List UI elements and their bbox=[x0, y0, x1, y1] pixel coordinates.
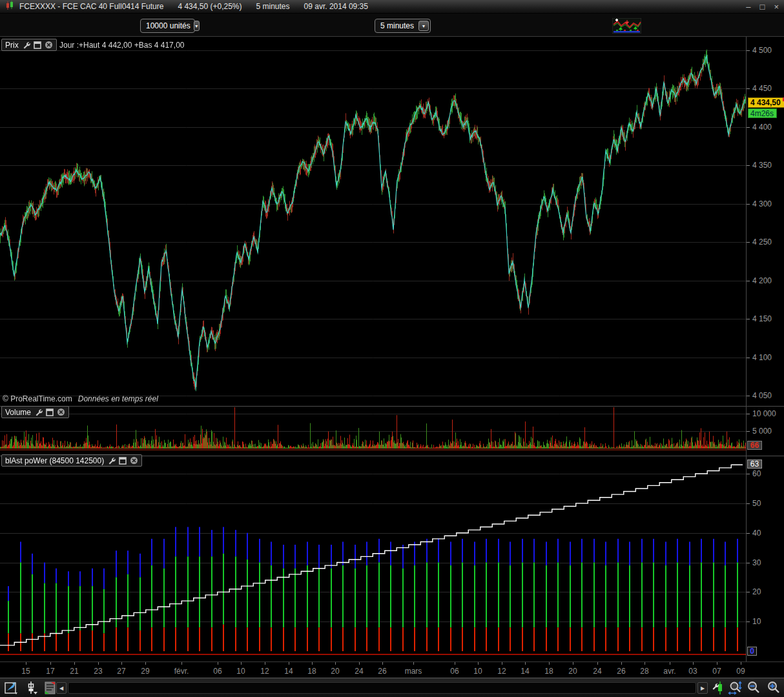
volume-pane-title: Volume bbox=[5, 408, 31, 417]
time-axis[interactable]: 151721232729févr.0610121418202426mars061… bbox=[0, 662, 784, 678]
time-axis-label: 29 bbox=[141, 667, 149, 676]
copyright-note: © ProRealTime.comDonnées en temps réel bbox=[3, 394, 158, 403]
indicator-axis-label: 10 bbox=[752, 617, 761, 626]
time-axis-tick bbox=[50, 662, 51, 665]
indicator-axis-label-tick bbox=[747, 503, 750, 504]
zoom-in-button[interactable] bbox=[766, 680, 781, 696]
price-axis-label: 4 200 bbox=[752, 276, 772, 285]
window-title: FCEXXXX - FCE CAC 40 Full0414 Future bbox=[19, 2, 163, 11]
time-axis-tick bbox=[455, 662, 455, 665]
units-dropdown[interactable]: 10000 unités ▼ bbox=[140, 19, 195, 33]
indicator-pane-header: blAst poWer (84500 142500) bbox=[1, 454, 142, 467]
wrench-icon[interactable] bbox=[22, 41, 30, 49]
time-axis-label: 24 bbox=[355, 667, 363, 676]
time-axis-tick bbox=[359, 662, 360, 665]
price-axis-label: 4 250 bbox=[752, 237, 772, 247]
bottom-toolbar: ◀ ▶ bbox=[0, 678, 784, 697]
price-axis-label: 4 400 bbox=[752, 123, 772, 132]
time-axis-label: 26 bbox=[617, 667, 625, 676]
detach-window-icon[interactable] bbox=[46, 409, 54, 416]
price-axis-label: 4 350 bbox=[752, 161, 772, 170]
price-axis-label-tick bbox=[747, 396, 750, 396]
time-axis-tick bbox=[74, 662, 75, 665]
volume-axis-label-tick bbox=[747, 431, 750, 432]
titlebar: FCEXXXX - FCE CAC 40 Full0414 Future 4 4… bbox=[0, 0, 784, 14]
detach-window-icon[interactable] bbox=[34, 41, 41, 49]
time-axis-label: 27 bbox=[117, 667, 125, 676]
close-button[interactable]: × bbox=[774, 0, 779, 14]
price-axis-label-tick bbox=[747, 204, 750, 205]
timeframe-dropdown-value: 5 minutes bbox=[380, 21, 415, 30]
minimize-button[interactable]: – bbox=[746, 0, 750, 14]
price-axis-label: 4 500 bbox=[752, 46, 772, 55]
time-axis-label: 23 bbox=[94, 667, 102, 676]
price-axis-label-tick bbox=[747, 127, 750, 128]
price-pane-title: Prix bbox=[5, 41, 19, 50]
volume-axis-label-tick bbox=[747, 414, 750, 414]
toolbar: 10000 unités ▼ 5 minutes ▼ bbox=[0, 14, 784, 37]
candlestick-logo-icon bbox=[5, 1, 15, 12]
time-axis-tick bbox=[693, 662, 694, 665]
price-axis-label-tick bbox=[747, 50, 750, 51]
wrench-icon[interactable] bbox=[107, 456, 116, 465]
time-axis-tick bbox=[502, 662, 502, 665]
time-axis-label: 12 bbox=[497, 667, 506, 676]
time-axis-label: 14 bbox=[284, 667, 293, 676]
price-axis-label-tick bbox=[747, 358, 750, 358]
time-axis-tick bbox=[645, 662, 645, 665]
add-indicator-chart-icon[interactable] bbox=[612, 18, 641, 34]
price-axis[interactable]: 4 434,50 4m26s 66 63 0 4 5004 4504 4004 … bbox=[746, 37, 784, 662]
time-axis-tick bbox=[181, 662, 182, 665]
price-axis-label-tick bbox=[747, 242, 750, 243]
time-axis-label: mars bbox=[405, 667, 422, 676]
pane-divider[interactable] bbox=[0, 406, 784, 407]
titlebar-last-price: 4 434,50 (+0,25%) bbox=[178, 2, 242, 11]
titlebar-datetime: 09 avr. 2014 09:35 bbox=[304, 2, 368, 11]
time-axis-tick bbox=[621, 662, 622, 665]
time-axis-label: févr. bbox=[174, 667, 189, 676]
drawing-tools-button[interactable] bbox=[4, 680, 19, 696]
price-pane-header: Prix bbox=[1, 39, 57, 51]
time-axis-tick bbox=[525, 662, 526, 665]
titlebar-timeframe: 5 minutes bbox=[256, 2, 290, 11]
time-axis-label: 14 bbox=[521, 667, 529, 676]
time-axis-tick bbox=[312, 662, 313, 665]
chart-options-button[interactable] bbox=[711, 680, 727, 696]
price-chart[interactable] bbox=[0, 37, 746, 405]
scroll-left-button[interactable]: ◀ bbox=[56, 682, 67, 694]
time-axis-tick bbox=[549, 662, 550, 665]
wrench-icon[interactable] bbox=[34, 408, 43, 416]
volume-axis-label: 5 000 bbox=[752, 427, 772, 436]
display-mode-button[interactable] bbox=[25, 680, 40, 696]
scrollbar-track[interactable] bbox=[68, 682, 696, 694]
zoom-out-button[interactable] bbox=[746, 680, 761, 696]
close-pane-icon[interactable] bbox=[130, 456, 138, 465]
timeframe-dropdown[interactable]: 5 minutes ▼ bbox=[375, 19, 431, 33]
time-axis-tick bbox=[121, 662, 122, 665]
last-volume-badge: 66 bbox=[747, 441, 762, 450]
time-axis-label: 12 bbox=[260, 667, 269, 676]
time-axis-label: 21 bbox=[70, 667, 78, 676]
volume-chart[interactable] bbox=[0, 407, 746, 455]
close-pane-icon[interactable] bbox=[57, 408, 65, 416]
day-high-low-info: Jour :+Haut 4 442,00 +Bas 4 417,00 bbox=[59, 41, 184, 50]
candle-countdown-badge: 4m26s bbox=[748, 108, 777, 118]
time-axis-tick bbox=[670, 662, 670, 665]
volume-pane-header: Volume bbox=[1, 406, 69, 418]
indicator-axis-label: 50 bbox=[752, 499, 761, 508]
time-axis-tick bbox=[597, 662, 598, 665]
close-pane-icon[interactable] bbox=[45, 41, 53, 49]
indicator-axis-label: 30 bbox=[752, 558, 761, 567]
scroll-right-button[interactable]: ▶ bbox=[697, 682, 708, 694]
maximize-button[interactable]: □ bbox=[760, 0, 765, 14]
indicator-chart[interactable] bbox=[0, 456, 746, 662]
price-axis-label-tick bbox=[747, 165, 750, 166]
indicator-axis-label-tick bbox=[747, 592, 750, 592]
time-axis-tick bbox=[218, 662, 218, 665]
detach-window-icon[interactable] bbox=[119, 457, 127, 465]
time-axis-label: 03 bbox=[688, 667, 697, 676]
price-axis-label: 4 450 bbox=[752, 84, 772, 93]
indicator-axis-label-tick bbox=[747, 621, 750, 622]
time-axis-tick bbox=[478, 662, 479, 665]
zoom-fit-button[interactable] bbox=[728, 680, 743, 696]
